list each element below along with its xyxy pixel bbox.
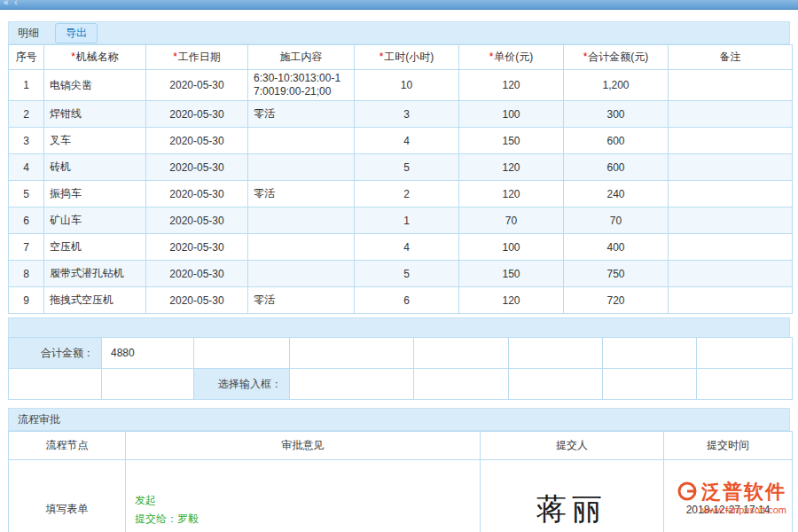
total-amount-value: 4880 bbox=[102, 338, 194, 369]
cell-date: 2020-05-30 bbox=[146, 207, 248, 234]
approval-table-header: 流程节点 审批意见 提交人 提交时间 bbox=[9, 432, 793, 460]
col-header-work-date: *工作日期 bbox=[146, 45, 248, 70]
opinion-submit-to: 提交给：罗毅 bbox=[135, 510, 474, 528]
table-row: 7空压机2020-05-304100400 bbox=[9, 234, 793, 261]
table-row: 4砖机2020-05-305120600 bbox=[9, 154, 793, 181]
cell-content bbox=[248, 234, 355, 261]
approval-row: 填写表单 发起 提交给：罗毅 蒋丽 2018-12-27 17:14 bbox=[9, 460, 793, 532]
cell-seq: 9 bbox=[9, 287, 44, 314]
cell-name: 空压机 bbox=[44, 234, 146, 261]
empty-cell bbox=[697, 338, 793, 369]
cell-date: 2020-05-30 bbox=[146, 101, 248, 128]
cell-date: 2020-05-30 bbox=[146, 234, 248, 261]
col-header-work-hours: *工时(小时) bbox=[355, 45, 459, 70]
empty-cell bbox=[509, 338, 603, 369]
col-header-total-amount: *合计金额(元) bbox=[564, 45, 669, 70]
cell-date: 2020-05-30 bbox=[146, 70, 248, 101]
cell-date: 2020-05-30 bbox=[146, 181, 248, 207]
empty-cell bbox=[697, 369, 793, 400]
opinion-action: 发起 bbox=[135, 491, 474, 510]
required-mark: * bbox=[489, 51, 494, 63]
table-row: 9拖拽式空压机2020-05-30零活6120720 bbox=[9, 287, 793, 314]
col-header-unit-price: *单价(元) bbox=[459, 45, 564, 70]
approval-submitter-cell: 蒋丽 bbox=[481, 460, 664, 532]
cell-seq: 5 bbox=[9, 181, 44, 207]
cell-seq: 3 bbox=[9, 128, 44, 154]
cell-hours: 1 bbox=[355, 207, 459, 234]
cell-name: 振捣车 bbox=[44, 181, 146, 207]
table-row: 3叉车2020-05-304150600 bbox=[9, 128, 793, 154]
empty-cell bbox=[102, 369, 194, 400]
approval-table: 流程节点 审批意见 提交人 提交时间 填写表单 发起 提交给：罗毅 蒋丽 201… bbox=[8, 431, 793, 532]
cell-name: 履带式潜孔钻机 bbox=[44, 261, 146, 287]
cell-content: 6:30-10:3013:00-17:0019:00-21;00 bbox=[248, 70, 355, 101]
cell-price: 120 bbox=[459, 181, 564, 207]
summary-table: 合计金额： 4880 选择输入框： bbox=[8, 337, 793, 400]
cell-name: 焊钳线 bbox=[44, 101, 146, 128]
cell-price: 150 bbox=[459, 261, 564, 287]
export-button[interactable]: 导出 bbox=[55, 23, 98, 43]
cell-remark bbox=[669, 207, 793, 234]
cell-content: 零活 bbox=[248, 181, 355, 207]
cell-remark bbox=[669, 70, 793, 101]
cell-content: 零活 bbox=[248, 287, 355, 314]
cell-hours: 3 bbox=[355, 101, 459, 128]
cell-seq: 4 bbox=[9, 154, 44, 181]
cell-content bbox=[248, 128, 355, 154]
cell-name: 叉车 bbox=[44, 128, 146, 154]
detail-table-body: 1电镐尖凿2020-05-306:30-10:3013:00-17:0019:0… bbox=[9, 70, 793, 314]
detail-table-header: 序号 *机械名称 *工作日期 施工内容 *工时(小时) *单价(元) *合计金额… bbox=[9, 45, 793, 70]
cell-total: 240 bbox=[564, 181, 669, 207]
total-amount-label: 合计金额： bbox=[9, 338, 102, 369]
cell-hours: 6 bbox=[355, 287, 459, 314]
cell-price: 100 bbox=[459, 234, 564, 261]
detail-table: 序号 *机械名称 *工作日期 施工内容 *工时(小时) *单价(元) *合计金额… bbox=[8, 44, 793, 314]
cell-total: 600 bbox=[564, 128, 669, 154]
cell-content bbox=[248, 261, 355, 287]
scroll-nav-arrows-icon[interactable]: « ‹ bbox=[4, 0, 20, 7]
table-row: 5振捣车2020-05-30零活2120240 bbox=[9, 181, 793, 207]
cell-total: 600 bbox=[564, 154, 669, 181]
cell-total: 400 bbox=[564, 234, 669, 261]
cell-seq: 8 bbox=[9, 261, 44, 287]
approval-section-header: 流程审批 bbox=[8, 408, 790, 431]
summary-row-total: 合计金额： 4880 bbox=[9, 338, 793, 369]
select-input-label: 选择输入框： bbox=[194, 369, 290, 400]
cell-seq: 2 bbox=[9, 101, 44, 128]
cell-price: 70 bbox=[459, 207, 564, 234]
col-header-approval-opinion: 审批意见 bbox=[126, 432, 481, 460]
summary-spacer-band bbox=[8, 317, 790, 337]
col-header-submit-time: 提交时间 bbox=[664, 432, 793, 460]
cell-total: 70 bbox=[564, 207, 669, 234]
top-toolbar-strip: « ‹ bbox=[0, 0, 798, 10]
cell-seq: 6 bbox=[9, 207, 44, 234]
cell-seq: 7 bbox=[9, 234, 44, 261]
table-row: 6矿山车2020-05-3017070 bbox=[9, 207, 793, 234]
cell-price: 100 bbox=[459, 101, 564, 128]
cell-name: 电镐尖凿 bbox=[44, 70, 146, 101]
empty-cell bbox=[603, 369, 697, 400]
cell-name: 矿山车 bbox=[44, 207, 146, 234]
table-row: 1电镐尖凿2020-05-306:30-10:3013:00-17:0019:0… bbox=[9, 70, 793, 101]
cell-total: 720 bbox=[564, 287, 669, 314]
empty-cell bbox=[194, 338, 290, 369]
col-header-machine-name: *机械名称 bbox=[44, 45, 146, 70]
page-body: 明细 导出 序号 *机械名称 *工作日期 施工内容 *工时(小时) *单价(元)… bbox=[0, 21, 798, 532]
empty-cell bbox=[414, 369, 509, 400]
cell-content: 零活 bbox=[248, 101, 355, 128]
cell-remark bbox=[669, 128, 793, 154]
required-mark: * bbox=[173, 51, 177, 63]
cell-date: 2020-05-30 bbox=[146, 261, 248, 287]
empty-cell bbox=[603, 338, 697, 369]
table-row: 8履带式潜孔钻机2020-05-305150750 bbox=[9, 261, 793, 287]
cell-hours: 2 bbox=[355, 181, 459, 207]
col-header-process-node: 流程节点 bbox=[9, 432, 126, 460]
cell-price: 120 bbox=[459, 287, 564, 314]
cell-hours: 10 bbox=[355, 70, 459, 101]
cell-hours: 5 bbox=[355, 154, 459, 181]
col-header-remark: 备注 bbox=[669, 45, 793, 70]
cell-price: 120 bbox=[459, 154, 564, 181]
summary-row-select: 选择输入框： bbox=[9, 369, 793, 400]
cell-remark bbox=[669, 154, 793, 181]
select-input-field[interactable] bbox=[290, 369, 414, 400]
